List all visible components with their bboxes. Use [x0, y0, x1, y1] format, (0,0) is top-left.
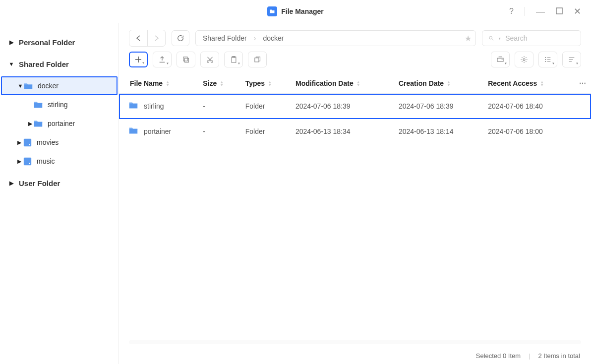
folder-open-icon [24, 81, 33, 90]
copy-button[interactable] [177, 52, 195, 67]
sidebar-item-movies[interactable]: ▶ movies [0, 133, 118, 152]
caret-right-icon: ▶ [27, 121, 34, 127]
sort-button[interactable]: ▼ [562, 52, 581, 67]
breadcrumb-part[interactable]: docker [263, 34, 284, 42]
sort-icon: ▲▼ [540, 81, 544, 87]
close-icon[interactable]: ✕ [574, 6, 581, 17]
folder-icon [129, 127, 138, 136]
caret-right-icon: ▶ [16, 158, 23, 165]
svg-point-7 [489, 36, 492, 39]
table-row[interactable]: stirling-Folder2024-07-06 18:392024-07-0… [119, 94, 591, 119]
file-type: Folder [240, 94, 291, 119]
chevron-right-icon: › [254, 34, 256, 42]
upload-button[interactable]: ▼ [153, 52, 172, 67]
svg-rect-1 [23, 138, 31, 146]
breadcrumb-part[interactable]: Shared Folder [203, 34, 247, 42]
svg-point-20 [545, 61, 546, 62]
col-file-name[interactable]: File Name▲▼ [119, 73, 198, 94]
file-type: Folder [240, 119, 291, 144]
file-table: File Name▲▼ Size▲▼ Types▲▼ Modification … [119, 73, 591, 340]
sidebar-item-docker[interactable]: ▼ docker [1, 76, 118, 95]
drive-icon [23, 138, 32, 147]
search-box[interactable]: ▼ [482, 30, 581, 46]
search-icon [488, 35, 494, 42]
drive-icon [23, 157, 32, 166]
svg-rect-2 [25, 140, 30, 141]
titlebar-separator [525, 7, 525, 16]
settings-button[interactable] [515, 52, 533, 67]
file-created: 2024-06-13 18:14 [394, 119, 483, 144]
folder-icon [129, 102, 138, 111]
sidebar: ▶ Personal Folder ▼ Shared Folder ▼ dock… [0, 23, 119, 364]
search-input[interactable] [505, 34, 575, 42]
svg-point-6 [29, 163, 30, 164]
svg-point-17 [523, 59, 525, 61]
sidebar-item-personal-folder[interactable]: ▶ Personal Folder [0, 33, 118, 52]
sort-icon: ▲▼ [268, 81, 272, 87]
svg-rect-5 [25, 159, 30, 160]
caret-right-icon: ▶ [16, 139, 23, 146]
file-name: stirling [144, 102, 164, 110]
svg-rect-0 [556, 8, 562, 14]
favorite-icon[interactable]: ★ [465, 34, 472, 43]
more-columns-icon[interactable]: ⋯ [574, 73, 591, 94]
file-name: portainer [144, 127, 171, 135]
view-list-button[interactable]: ▼ [538, 52, 557, 67]
cut-button[interactable] [200, 52, 219, 67]
status-selected: Selected 0 Item [476, 352, 521, 360]
col-size[interactable]: Size▲▼ [198, 73, 240, 94]
caret-right-icon: ▶ [8, 180, 15, 186]
svg-point-3 [29, 144, 30, 145]
app-icon [267, 6, 277, 16]
file-created: 2024-07-06 18:39 [394, 94, 483, 119]
new-button[interactable]: ▼ [129, 52, 148, 67]
svg-rect-9 [184, 58, 188, 62]
sidebar-item-portainer[interactable]: ▶ portainer [0, 114, 118, 133]
breadcrumb[interactable]: Shared Folder › docker ★ [195, 30, 476, 46]
sidebar-item-stirling[interactable]: ▶ stirling [0, 95, 118, 114]
svg-rect-16 [497, 58, 503, 61]
nav-back-button[interactable] [129, 30, 147, 46]
app-title: File Manager [281, 7, 324, 15]
sidebar-item-music[interactable]: ▶ music [0, 152, 118, 171]
sidebar-item-shared-folder[interactable]: ▼ Shared Folder [0, 55, 118, 73]
caret-down-icon: ▼ [17, 83, 24, 89]
nav-forward-button[interactable] [147, 30, 165, 46]
svg-point-19 [545, 59, 546, 60]
status-bar: Selected 0 Item | 2 Items in total [119, 347, 591, 364]
caret-right-icon: ▶ [8, 39, 15, 46]
caret-down-icon: ▼ [498, 37, 501, 40]
horizontal-scrollbar[interactable] [129, 340, 581, 344]
status-total: 2 Items in total [538, 352, 580, 360]
col-creation[interactable]: Creation Date▲▼ [394, 73, 483, 94]
help-icon[interactable]: ? [509, 7, 514, 16]
folder-icon [34, 119, 43, 128]
folder-icon [34, 100, 43, 109]
table-row[interactable]: portainer-Folder2024-06-13 18:342024-06-… [119, 119, 591, 144]
sort-icon: ▲▼ [220, 81, 224, 87]
caret-down-icon: ▼ [8, 61, 15, 67]
windows-button[interactable] [248, 52, 267, 67]
sort-icon: ▲▼ [447, 81, 451, 87]
sort-icon: ▲▼ [166, 81, 170, 87]
col-types[interactable]: Types▲▼ [240, 73, 291, 94]
maximize-icon[interactable] [556, 7, 563, 16]
file-access: 2024-07-06 18:40 [483, 94, 574, 119]
titlebar: File Manager ? — ✕ [0, 0, 591, 23]
sidebar-item-user-folder[interactable]: ▶ User Folder [0, 174, 118, 192]
file-modified: 2024-06-13 18:34 [291, 119, 394, 144]
file-size: - [198, 94, 240, 119]
refresh-button[interactable] [172, 30, 189, 46]
file-modified: 2024-07-06 18:39 [291, 94, 394, 119]
minimize-icon[interactable]: — [536, 6, 545, 17]
remote-button[interactable]: ▼ [491, 52, 510, 67]
file-size: - [198, 119, 240, 144]
paste-button[interactable]: ▼ [224, 52, 243, 67]
svg-rect-15 [254, 58, 258, 61]
svg-point-18 [545, 57, 546, 58]
file-access: 2024-07-06 18:00 [483, 119, 574, 144]
col-access[interactable]: Recent Access▲▼ [483, 73, 574, 94]
sort-icon: ▲▼ [356, 81, 360, 87]
svg-rect-10 [183, 57, 187, 61]
col-modification[interactable]: Modification Date▲▼ [291, 73, 394, 94]
